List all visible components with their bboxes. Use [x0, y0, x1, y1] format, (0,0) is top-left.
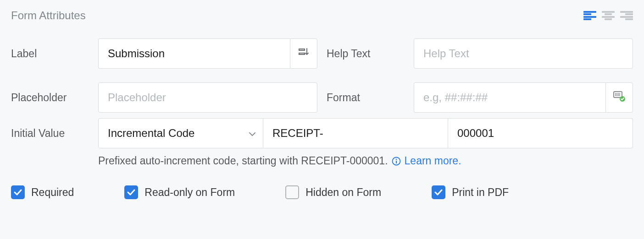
- checkbox-box: [11, 185, 25, 199]
- barcode-check-icon: [613, 91, 626, 104]
- svg-point-9: [395, 158, 397, 160]
- alignment-toolbar: [583, 10, 633, 21]
- checkbox-label: Read-only on Form: [144, 186, 235, 199]
- format-field-label: Format: [327, 92, 405, 104]
- help-text-input[interactable]: [414, 38, 633, 69]
- initial-value-prefix-input[interactable]: [263, 118, 448, 148]
- initial-value-field-label: Initial Value: [11, 118, 89, 140]
- help-text-field-label: Help Text: [327, 48, 405, 60]
- svg-rect-1: [299, 53, 305, 54]
- info-icon: [392, 157, 401, 166]
- initial-value-start-input[interactable]: [448, 118, 633, 148]
- readonly-checkbox[interactable]: Read-only on Form: [124, 185, 235, 199]
- checkbox-box: [124, 185, 138, 199]
- label-field-label: Label: [11, 48, 89, 60]
- learn-more-link[interactable]: Learn more.: [405, 155, 461, 167]
- svg-rect-0: [299, 49, 305, 50]
- initial-value-type-select[interactable]: [98, 118, 263, 148]
- section-title: Form Attributes: [11, 9, 86, 22]
- align-right-button[interactable]: [620, 10, 633, 21]
- align-center-button[interactable]: [602, 10, 615, 21]
- hidden-checkbox[interactable]: Hidden on Form: [285, 185, 381, 199]
- align-left-button[interactable]: [583, 10, 596, 21]
- label-suffix-button[interactable]: [290, 38, 317, 69]
- label-input[interactable]: [98, 38, 290, 69]
- insert-below-icon: [298, 48, 309, 60]
- placeholder-field-label: Placeholder: [11, 92, 89, 104]
- checkbox-box: [285, 185, 299, 199]
- required-checkbox[interactable]: Required: [11, 185, 74, 199]
- print-pdf-checkbox[interactable]: Print in PDF: [432, 185, 509, 199]
- format-input[interactable]: [414, 82, 605, 113]
- svg-rect-2: [614, 92, 622, 98]
- checkbox-label: Required: [31, 186, 74, 199]
- initial-value-hint: Prefixed auto-increment code, starting w…: [98, 155, 388, 167]
- placeholder-input[interactable]: [98, 82, 317, 113]
- checkbox-label: Print in PDF: [452, 186, 509, 199]
- checkbox-label: Hidden on Form: [305, 186, 381, 199]
- checkbox-box: [432, 185, 445, 199]
- format-barcode-button[interactable]: [605, 82, 633, 113]
- svg-rect-10: [396, 161, 397, 163]
